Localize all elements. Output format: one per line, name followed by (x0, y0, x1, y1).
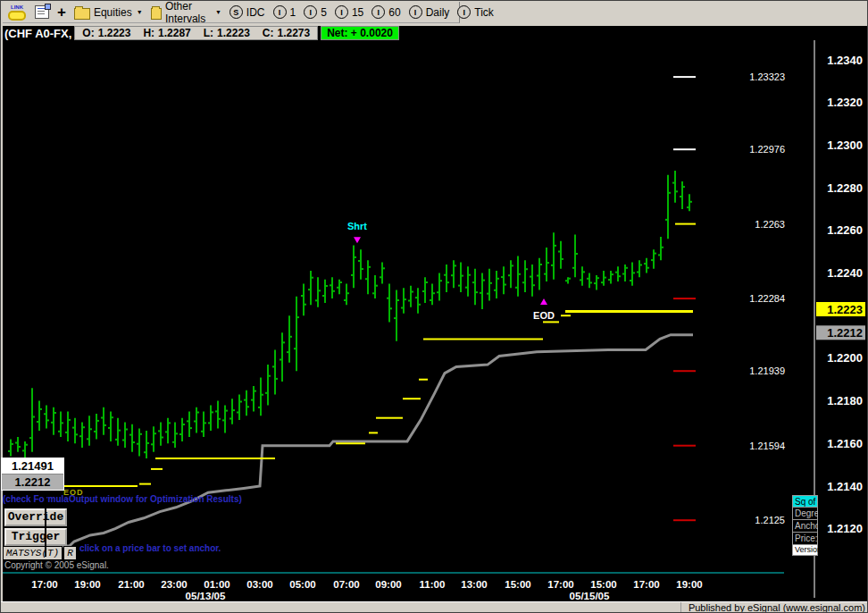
study-legend-box: Sq of Degre Ancho Price: Version (792, 495, 818, 556)
toolbar-interval-tick-button[interactable]: I Tick (457, 5, 494, 19)
toolbar-interval-daily-button[interactable]: I Daily (409, 5, 450, 19)
chart-vertical-mark (45, 494, 46, 557)
svg-text:15:00: 15:00 (590, 579, 616, 590)
toolbar: LINK + Equities ▼ Other Intervals ▼ (1, 1, 867, 24)
svg-text:17:00: 17:00 (547, 579, 573, 590)
link-icon: LINK (7, 4, 27, 21)
svg-text:1.2180: 1.2180 (827, 394, 863, 407)
svg-text:17:00: 17:00 (633, 579, 659, 590)
legend-row-price: Price: (792, 533, 818, 545)
circle-i-icon: I (457, 5, 471, 19)
toolbar-idc-button[interactable]: S IDC (230, 5, 265, 19)
tab-matsys[interactable]: MATSYS(T) (3, 546, 63, 560)
toolbar-band: LINK + Equities ▼ Other Intervals ▼ (3, 2, 460, 23)
toolbar-interval-1-button[interactable]: I 1 (273, 5, 296, 19)
svg-text:19:00: 19:00 (74, 579, 100, 590)
toolbar-interval-15-button[interactable]: I 15 (335, 5, 363, 19)
toolbar-equities-menu[interactable]: Equities ▼ (74, 5, 143, 20)
high-label: H: (143, 27, 154, 39)
tab-r[interactable]: R (63, 546, 77, 560)
circle-s-icon: S (230, 5, 243, 19)
svg-text:1.21939: 1.21939 (749, 365, 785, 376)
circle-i-icon: I (304, 5, 317, 19)
svg-text:1.2320: 1.2320 (827, 96, 863, 109)
svg-text:1.2280: 1.2280 (827, 181, 863, 195)
link-button[interactable]: LINK (7, 4, 27, 21)
svg-text:1.23323: 1.23323 (749, 71, 785, 82)
override-button[interactable]: Override (4, 508, 67, 526)
svg-text:09:00: 09:00 (375, 579, 401, 590)
close-value: 1.2273 (277, 27, 310, 39)
svg-text:05:00: 05:00 (289, 579, 315, 590)
folder-icon (74, 8, 90, 20)
trigger-button[interactable]: Trigger (4, 528, 67, 546)
svg-text:1.22284: 1.22284 (749, 293, 785, 304)
formula-output-note: (check FormulaOutput window for Optimiza… (3, 494, 242, 504)
low-value: 1.2223 (217, 27, 250, 39)
toolbar-interval-60-button[interactable]: I 60 (371, 5, 400, 19)
equities-menu-label: Equities (94, 6, 132, 19)
svg-text:1.2340: 1.2340 (827, 54, 863, 67)
circle-i-icon: I (371, 5, 385, 19)
copyright-text: Copyright © 2005 eSignal. (4, 560, 109, 570)
add-button[interactable]: + (57, 6, 66, 19)
chart-properties-icon (35, 5, 49, 19)
other-intervals-menu-label: Other Intervals (165, 0, 211, 25)
svg-text:1.2200: 1.2200 (827, 351, 863, 365)
circle-i-icon: I (273, 5, 287, 19)
svg-text:1.2263: 1.2263 (755, 219, 785, 230)
svg-text:23:00: 23:00 (161, 579, 187, 590)
svg-text:21:00: 21:00 (118, 579, 144, 590)
open-value: 1.2223 (98, 27, 131, 39)
net-change-badge: Net: + 0.0020 (321, 26, 399, 40)
ohlc-readout: O: 1.2223 H: 1.2287 L: 1.2223 C: 1.2273 (74, 26, 318, 40)
anchor-instruction-note: click on a price bar to set anchor. (79, 543, 221, 553)
circle-i-icon: I (335, 5, 348, 19)
tooltip-close-value: 1.2212 (2, 474, 63, 490)
chart-canvas[interactable]: ShrtEOD1.233231.229761.22631.222841.2193… (3, 40, 867, 601)
svg-text:1.2160: 1.2160 (827, 437, 863, 450)
svg-text:1.22976: 1.22976 (749, 144, 785, 155)
svg-text:05/13/05: 05/13/05 (186, 591, 226, 601)
svg-text:03:00: 03:00 (246, 579, 272, 590)
price-tooltip: 1.21491 1.2212 (1, 458, 64, 491)
legend-row-degree: Degre (792, 508, 818, 520)
chart-title-bar: (CHF A0-FX, O: 1.2223 H: 1.2287 L: 1.222… (3, 26, 867, 40)
high-value: 1.2287 (158, 27, 191, 39)
chevron-down-icon: ▼ (215, 9, 221, 15)
esignal-window: LINK + Equities ▼ Other Intervals ▼ (0, 0, 868, 613)
svg-text:1.2125: 1.2125 (755, 515, 785, 525)
toolbar-other-intervals-menu[interactable]: Other Intervals ▼ (151, 0, 221, 25)
chevron-down-icon: ▼ (137, 9, 143, 15)
svg-text:1.2140: 1.2140 (827, 480, 863, 493)
symbol-title: (CHF A0-FX, (3, 27, 71, 40)
svg-text:1.2120: 1.2120 (827, 522, 863, 535)
svg-text:11:00: 11:00 (420, 579, 446, 590)
svg-text:19:00: 19:00 (676, 579, 702, 590)
folder-icon (151, 8, 162, 20)
toolbar-interval-5-button[interactable]: I 5 (304, 5, 327, 19)
low-label: L: (204, 27, 213, 39)
svg-text:1.2240: 1.2240 (827, 266, 863, 280)
svg-text:05/15/05: 05/15/05 (570, 591, 610, 601)
status-bar: Published by eSignal (www.esignal.com) (1, 601, 868, 613)
legend-row-anchor: Ancho (792, 520, 818, 533)
open-label: O: (82, 27, 94, 39)
chart-properties-button[interactable] (35, 5, 49, 19)
close-label: C: (263, 27, 274, 39)
svg-text:1.2223: 1.2223 (827, 303, 863, 316)
svg-text:17:00: 17:00 (31, 579, 57, 590)
svg-text:1.2260: 1.2260 (827, 223, 863, 237)
svg-text:01:00: 01:00 (204, 579, 230, 590)
svg-text:15:00: 15:00 (505, 579, 530, 590)
svg-text:13:00: 13:00 (461, 579, 487, 590)
legend-row-sq-of: Sq of (792, 495, 818, 508)
legend-row-version: Version (792, 545, 818, 556)
plus-icon: + (57, 6, 66, 19)
svg-text:1.2300: 1.2300 (827, 139, 863, 152)
svg-text:EOD: EOD (533, 310, 555, 321)
svg-text:1.21594: 1.21594 (749, 441, 785, 451)
tooltip-price-value: 1.21491 (2, 458, 63, 474)
svg-text:07:00: 07:00 (333, 579, 359, 590)
published-by-text: Published by eSignal (www.esignal.com) (680, 602, 865, 613)
